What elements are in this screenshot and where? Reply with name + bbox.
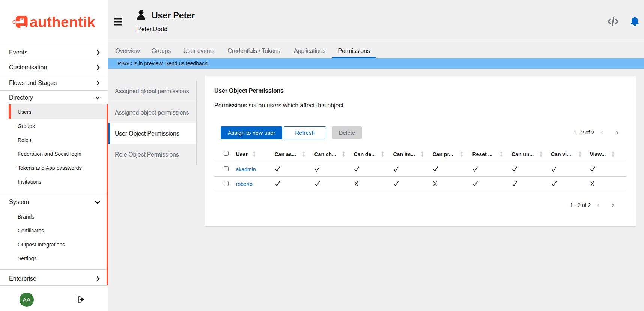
svg-text:authentik: authentik [30,14,95,30]
